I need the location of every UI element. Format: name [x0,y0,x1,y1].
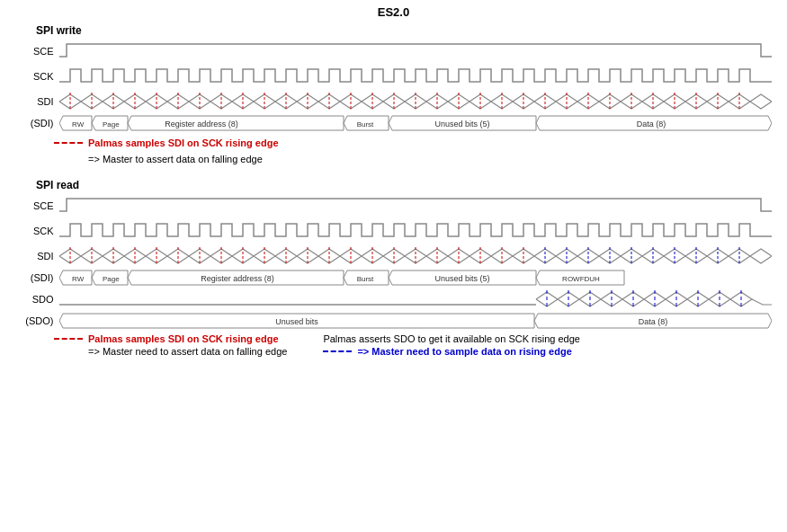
svg-text:RW: RW [72,275,85,283]
write-legend-red-text: Palmas samples SDI on SCK rising edge [88,136,279,150]
read-legend-right-text: Palmas asserts SDO to get it available o… [323,333,580,344]
sce-label-write: SCE [16,46,59,57]
sdi-label-boxes-read: RW Page Register address (8) Burst Unuse… [59,269,772,287]
svg-text:Unused bits (5): Unused bits (5) [434,274,489,283]
sdo-wave-read [59,287,772,312]
sdo-label-read: SDO [16,294,59,305]
svg-text:Page: Page [103,120,120,129]
sck-row-read: SCK [16,218,772,244]
sdi-row-write: SDI [16,89,772,114]
write-legend: Palmas samples SDI on SCK rising edge =>… [54,136,778,166]
sck-wave-write [59,64,772,89]
sdo-row-read: SDO [16,287,772,312]
sdi-paren-label-read: (SDI) [16,272,59,283]
sdi-row-read: SDI [16,244,772,269]
sce-row-read: SCE [16,193,772,218]
sce-row-write: SCE [16,39,772,64]
svg-text:Register address (8): Register address (8) [201,274,274,283]
sdi-labels-write: (SDI) RW Page Register address (8) Burst [16,114,772,132]
sck-row-write: SCK [16,64,772,89]
svg-text:Burst: Burst [356,275,373,283]
sdi-label-boxes-write: RW Page Register address (8) Burst Unuse… [59,114,772,132]
sce-wave-read [59,193,772,218]
svg-text:Burst: Burst [356,120,373,129]
sdi-paren-label-write: (SDI) [16,118,59,129]
sdo-paren-label-read: (SDO) [16,315,59,326]
svg-text:RW: RW [72,120,85,129]
sdi-label-write: SDI [16,96,59,107]
svg-text:Data (8): Data (8) [638,317,667,326]
read-legend-red-sub: => Master need to assert data on falling… [88,346,287,357]
sce-wave-write [59,39,772,64]
sdi-labels-read: (SDI) RW Page Register address (8) Burst… [16,269,772,287]
sck-label-read: SCK [16,226,59,236]
svg-text:Page: Page [103,275,120,283]
sdo-labels-read: (SDO) Unused bits Data (8) [16,312,772,330]
svg-text:Data (8): Data (8) [636,120,666,129]
sdi-wave-read [59,244,772,269]
svg-text:Unused bits: Unused bits [275,317,318,326]
write-legend-sub: => Master to assert data on falling edge [88,152,279,166]
write-timing-diagram: SCE SCK SDI [16,39,772,132]
read-section-label: SPI read [36,179,778,191]
sdi-wave-write [59,89,772,114]
svg-text:Register address (8): Register address (8) [165,120,238,129]
sck-wave-read [59,218,772,244]
page-title: ES2.0 [0,0,787,21]
write-section-label: SPI write [36,24,778,37]
read-legend-red-text: Palmas samples SDI on SCK rising edge [88,333,279,344]
svg-text:ROWFDUH: ROWFDUH [562,275,600,283]
read-legend-blue-text: => Master need to sample data on rising … [357,346,571,357]
sdi-label-read: SDI [16,251,59,262]
read-timing-diagram: SCE SCK SDI [16,193,772,330]
sck-label-write: SCK [16,71,59,82]
svg-text:Unused bits (5): Unused bits (5) [434,120,489,129]
sce-label-read: SCE [16,200,59,211]
sdo-label-boxes-read: Unused bits Data (8) [59,312,772,330]
